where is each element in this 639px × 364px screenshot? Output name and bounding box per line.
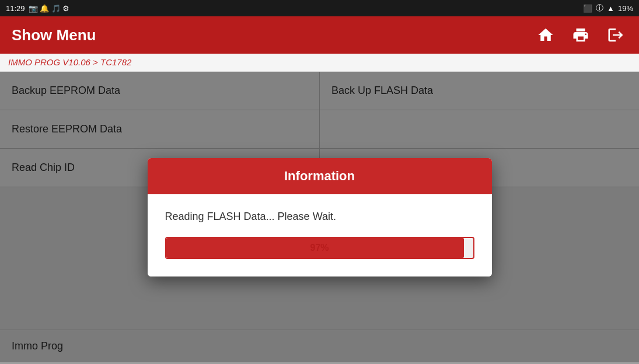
main-menu: Backup EEPROM Data Back Up FLASH Data Re… [0,72,639,362]
progress-bar-container: 97% [165,237,474,259]
info-icon: ⓘ [596,3,603,13]
dialog-title: Information [284,169,355,183]
notification-icons: 📷 🔔 🎵 ⚙ [29,4,70,13]
cast-icon: ⬛ [583,4,592,13]
main-content: Backup EEPROM Data Back Up FLASH Data Re… [0,72,639,362]
modal-overlay: Information Reading FLASH Data... Please… [0,72,639,362]
breadcrumb-text: IMMO PROG V10.06 > TC1782 [8,57,131,67]
status-bar-left: 11:29 📷 🔔 🎵 ⚙ [6,4,69,13]
time: 11:29 [6,4,25,13]
information-dialog: Information Reading FLASH Data... Please… [148,158,492,276]
status-bar: 11:29 📷 🔔 🎵 ⚙ ⬛ ⓘ ▲ 19% [0,0,639,16]
progress-label: 97% [310,243,329,253]
exit-button[interactable] [604,23,627,47]
battery-text: 19% [618,4,633,13]
header-icons [534,23,627,47]
dialog-header: Information [148,158,492,194]
breadcrumb: IMMO PROG V10.06 > TC1782 [0,54,639,72]
status-bar-right: ⬛ ⓘ ▲ 19% [583,3,633,13]
print-button[interactable] [569,23,592,47]
dialog-body: Reading FLASH Data... Please Wait. 97% [148,194,492,276]
wifi-icon: ▲ [607,4,614,13]
home-button[interactable] [534,23,557,47]
header: Show Menu [0,16,639,54]
dialog-message: Reading FLASH Data... Please Wait. [165,211,474,223]
header-title: Show Menu [12,26,96,44]
